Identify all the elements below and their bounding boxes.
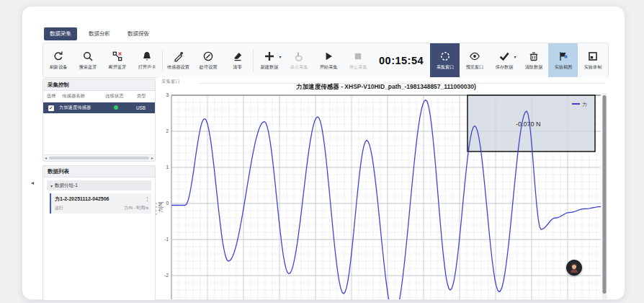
- toolbar-button-label: 处理设置: [199, 64, 217, 71]
- main-toolbar: 刷新设备搜索蓝牙断开蓝牙打开声卡传感器设置处理设置清零▾新建数据单点采集开始采集…: [43, 43, 609, 78]
- svg-text:2: 2: [166, 128, 169, 133]
- data-group-row[interactable]: ▾ 数据分组-1: [47, 180, 151, 190]
- toolbar-button-label: 单点采集: [290, 64, 308, 71]
- plus-icon: ▾: [264, 50, 275, 62]
- toolbar-button-label: 清零: [233, 64, 241, 71]
- sensor-name: 力加速度传感器: [59, 105, 104, 111]
- record-icon: [587, 50, 599, 62]
- data-item-title: 力1-2-20251112-042506: [55, 196, 148, 203]
- data-item-axes: 力/N - 时间/s: [124, 205, 148, 211]
- toolbar-button-16[interactable]: ▾保存数据: [489, 43, 519, 77]
- svg-text:1: 1: [166, 164, 169, 170]
- chevron-down-icon[interactable]: ▾: [279, 54, 281, 59]
- toolbar-button-17[interactable]: 清除数据: [519, 43, 548, 77]
- toolbar-button-9[interactable]: ▾新建数据: [254, 43, 284, 77]
- toolbar-button-7[interactable]: 清零: [223, 43, 252, 77]
- sensor-settings-icon: [173, 50, 184, 62]
- app-canvas: 数据采集数据分析数据报告 刷新设备搜索蓝牙断开蓝牙打开声卡传感器设置处理设置清零…: [0, 0, 644, 303]
- acquisition-panel-title: 采集控制: [43, 79, 155, 91]
- data-list-panel: 数据列表 ▾ 数据分组-1 力1-2-20251112-042506 运行 力/…: [43, 165, 156, 300]
- toolbar-button-19[interactable]: 实验录制: [578, 43, 607, 77]
- data-list-item[interactable]: 力1-2-20251112-042506 运行 力/N - 时间/s ⋮: [50, 193, 151, 214]
- screenshot-icon: [558, 50, 569, 62]
- bell-icon: [141, 50, 153, 62]
- chart-panel: 采集窗口 力加速度传感器 - XHSP-V10HID_path_-1981348…: [158, 77, 609, 299]
- refresh-icon: [53, 50, 64, 62]
- column-header: 类型: [137, 93, 155, 100]
- toolbar-button-label: 搜索蓝牙: [79, 64, 97, 71]
- toolbar-button-label: 停止采集: [349, 64, 367, 71]
- connection-status-dot: [114, 105, 118, 110]
- data-item-status: 运行: [55, 205, 63, 211]
- eraser-icon: [232, 50, 243, 62]
- svg-text:3: 3: [166, 92, 169, 97]
- toolbar-button-11[interactable]: 开始采集: [313, 43, 343, 77]
- toolbar-button-label: 新建数据: [260, 64, 278, 71]
- assistant-avatar-button[interactable]: [566, 260, 582, 276]
- toolbar-button-label: 实验录制: [583, 64, 601, 71]
- eye-icon: [469, 50, 480, 62]
- toolbar-button-label: 保存数据: [495, 64, 513, 71]
- toolbar-button-20: 公式计算: [607, 43, 609, 77]
- check-icon: ▾: [498, 50, 510, 62]
- trash-icon: [528, 50, 540, 62]
- value-annotation: -0.070 N: [516, 120, 541, 128]
- svg-text:0: 0: [166, 201, 169, 206]
- svg-text:-1: -1: [164, 237, 169, 242]
- sensor-checkbox[interactable]: ✓: [48, 105, 54, 111]
- toolbar-button-label: 打开声卡: [138, 64, 156, 71]
- hand-point-icon: [293, 50, 305, 62]
- toolbar-button-label: 采集窗口: [436, 64, 454, 71]
- y-axis-label: 力[N]: [158, 201, 164, 212]
- chevron-down-icon[interactable]: ▾: [50, 183, 53, 188]
- toolbar-button-2[interactable]: 断开蓝牙: [102, 43, 132, 77]
- chevron-down-icon[interactable]: ▾: [514, 54, 516, 59]
- scrollbar-thumb[interactable]: [49, 157, 149, 159]
- toolbar-button-label: 实验截图: [554, 64, 572, 71]
- panel-collapse-icon[interactable]: ◂: [31, 180, 34, 186]
- toolbar-button-18[interactable]: 实验截图: [548, 43, 578, 77]
- horizontal-scrollbar[interactable]: ◂ ▸: [43, 154, 155, 161]
- tab-2[interactable]: 数据分析: [83, 27, 116, 40]
- play-icon: [323, 50, 334, 62]
- scroll-left-icon[interactable]: ◂: [45, 155, 47, 161]
- toolbar-separator: [162, 50, 163, 71]
- svg-text:-2: -2: [164, 273, 169, 278]
- toolbar-button-label: 传感器设置: [167, 64, 189, 71]
- toolbar-button-6[interactable]: 处理设置: [193, 43, 223, 77]
- sensor-row[interactable]: ✓ 力加速度传感器 USB: [43, 102, 155, 113]
- toolbar-button-label: 清除数据: [524, 64, 542, 71]
- sensor-type: USB: [136, 105, 155, 110]
- tab-1[interactable]: 数据采集: [44, 27, 77, 40]
- bluetooth-disconnect-icon: [112, 50, 123, 62]
- toolbar-button-label: 断开蓝牙: [108, 64, 126, 71]
- scroll-right-icon[interactable]: ▸: [151, 155, 153, 161]
- vertical-scrollbar-thumb[interactable]: [603, 95, 607, 294]
- tab-3[interactable]: 数据报告: [122, 27, 155, 40]
- toolbar-button-15[interactable]: 预览窗口: [460, 43, 489, 77]
- toolbar-button-0[interactable]: 刷新设备: [43, 43, 73, 77]
- toolbar-button-3[interactable]: 打开声卡: [132, 43, 161, 77]
- toolbar-button-1[interactable]: 搜索蓝牙: [73, 43, 102, 77]
- toolbar-button-5[interactable]: 传感器设置: [164, 43, 193, 77]
- data-list-panel-title: 数据列表: [43, 166, 155, 177]
- sensor-table-header: 选择传感器名称连接状态类型: [43, 91, 155, 102]
- toolbar-button-label: 预览窗口: [465, 64, 483, 71]
- splitter-handle[interactable]: [156, 203, 157, 215]
- column-header: 传感器名称: [62, 93, 105, 100]
- process-settings-icon: [202, 50, 214, 62]
- waveform-plot[interactable]: 3210-1-2力[N]-0.070 N力: [158, 77, 609, 299]
- toolbar-button-12: 停止采集: [343, 43, 372, 77]
- toolbar-separator: [253, 50, 254, 71]
- app-window: 数据采集数据分析数据报告 刷新设备搜索蓝牙断开蓝牙打开声卡传感器设置处理设置清零…: [22, 6, 625, 300]
- toolbar-button-14[interactable]: 采集窗口: [430, 43, 460, 77]
- item-menu-icon[interactable]: ⋮: [145, 196, 150, 202]
- acquisition-control-panel: 采集控制 选择传感器名称连接状态类型 ✓ 力加速度传感器 USB ◂ ▸: [43, 79, 156, 162]
- stop-icon: [352, 50, 364, 62]
- acquisition-timer: 00:15:54: [379, 55, 424, 66]
- dashed-circle-icon: [439, 50, 451, 62]
- search-icon: [82, 50, 94, 62]
- column-header: 连接状态: [105, 93, 137, 100]
- legend-label: 力: [582, 102, 587, 107]
- toolbar-button-label: 刷新设备: [49, 64, 67, 71]
